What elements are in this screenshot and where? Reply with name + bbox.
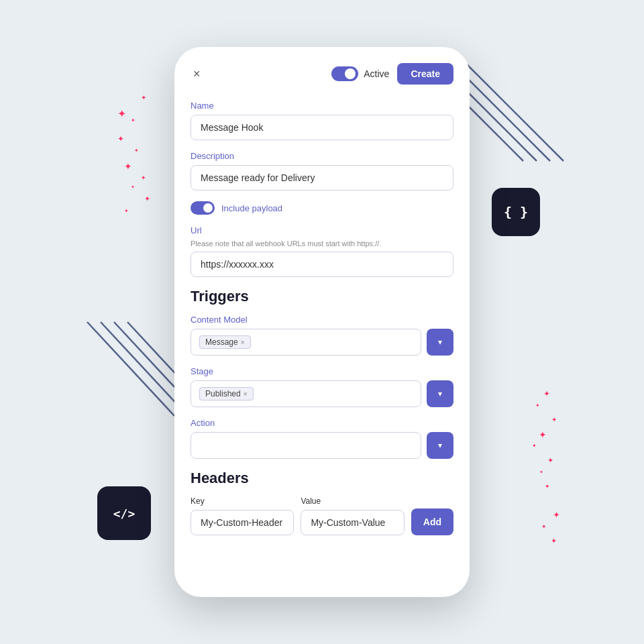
stage-label: Stage — [191, 366, 453, 376]
value-label: Value — [301, 496, 404, 506]
headers-row: Key Value Add — [191, 496, 453, 535]
header-right: Active Create — [331, 63, 453, 85]
description-field-group: Description — [191, 151, 453, 191]
create-button[interactable]: Create — [397, 63, 453, 85]
value-column: Value — [301, 496, 404, 535]
content-model-tag-close[interactable]: × — [241, 339, 245, 346]
description-input[interactable] — [191, 165, 453, 191]
headers-section-title: Headers — [191, 470, 453, 487]
url-label: Url — [191, 225, 453, 235]
curly-braces-badge: { } — [492, 188, 540, 236]
triggers-section-title: Triggers — [191, 288, 453, 305]
action-select-row: ▾ — [191, 432, 453, 459]
active-label: Active — [364, 68, 389, 79]
active-toggle-group: Active — [331, 66, 389, 81]
payload-toggle[interactable] — [191, 201, 215, 215]
content-model-field-group: Content Model Message × ▾ — [191, 315, 453, 356]
url-field-group: Url Please note that all webhook URLs mu… — [191, 225, 453, 277]
svg-line-3 — [456, 54, 564, 161]
key-column: Key — [191, 496, 294, 535]
key-input[interactable] — [191, 510, 294, 535]
stage-select[interactable]: Published × — [191, 380, 421, 407]
action-dropdown-button[interactable]: ▾ — [427, 432, 453, 459]
name-label: Name — [191, 101, 453, 111]
payload-row: Include payload — [191, 201, 453, 215]
content-model-tag: Message × — [199, 335, 251, 349]
stage-tag: Published × — [199, 387, 254, 400]
content-model-tag-text: Message — [205, 337, 238, 347]
stage-tag-close[interactable]: × — [244, 390, 248, 398]
name-input[interactable] — [191, 115, 453, 140]
content-model-label: Content Model — [191, 315, 453, 325]
stage-dropdown-button[interactable]: ▾ — [427, 380, 453, 407]
value-input[interactable] — [301, 510, 404, 535]
url-hint: Please note that all webhook URLs must s… — [191, 239, 453, 248]
action-select[interactable] — [191, 432, 421, 459]
name-field-group: Name — [191, 101, 453, 140]
curly-braces-icon: { } — [504, 204, 528, 220]
add-button[interactable]: Add — [411, 508, 453, 535]
content-model-select-row: Message × ▾ — [191, 329, 453, 356]
modal-container: × Active Create Name Description Include… — [174, 47, 470, 597]
content-model-dropdown-button[interactable]: ▾ — [427, 329, 453, 356]
description-label: Description — [191, 151, 453, 161]
angle-brackets-badge: </> — [97, 486, 151, 540]
payload-label: Include payload — [221, 203, 282, 213]
stage-tag-text: Published — [205, 389, 241, 398]
angle-brackets-icon: </> — [113, 506, 136, 521]
url-input[interactable] — [191, 252, 453, 277]
content-model-select[interactable]: Message × — [191, 329, 421, 356]
modal-header: × Active Create — [191, 60, 453, 85]
close-button[interactable]: × — [191, 64, 203, 84]
active-toggle[interactable] — [331, 66, 358, 81]
stage-select-row: Published × ▾ — [191, 380, 453, 407]
action-label: Action — [191, 418, 453, 428]
key-label: Key — [191, 496, 294, 506]
stage-field-group: Stage Published × ▾ — [191, 366, 453, 407]
svg-line-4 — [87, 322, 174, 416]
action-field-group: Action ▾ — [191, 418, 453, 459]
